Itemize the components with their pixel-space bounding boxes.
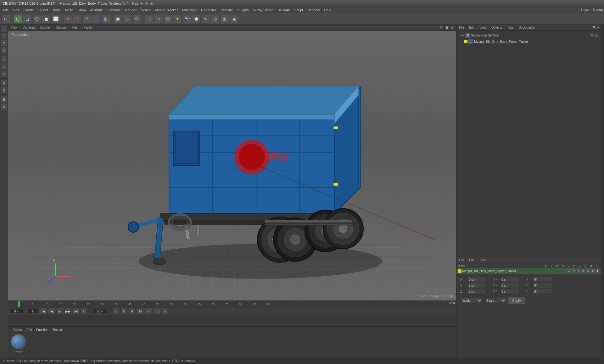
b-input[interactable] <box>533 289 552 294</box>
deformer-button[interactable]: ⊕ <box>211 14 220 23</box>
generator-button[interactable]: ⊞ <box>220 14 229 23</box>
menu-render[interactable]: Render <box>123 8 138 13</box>
point-mode-button[interactable]: ◻ <box>23 14 32 23</box>
sx-input[interactable] <box>501 277 519 282</box>
left-param-btn[interactable]: ◈ <box>1 103 8 110</box>
attr-obj-row-maupu[interactable]: Maupu_18t_Dirty_Body_Tipper_Trailer ● ⬡ … <box>456 268 601 274</box>
apply-button[interactable]: Apply <box>508 297 525 304</box>
left-paint-btn[interactable]: S <box>1 70 8 77</box>
polygon-button[interactable]: ⬟ <box>192 14 201 23</box>
z-axis-button[interactable]: Z <box>92 14 101 23</box>
y-axis-button[interactable]: Y <box>82 14 91 23</box>
tag-icon-3[interactable]: ≡ <box>576 269 581 273</box>
anim-record-button[interactable]: ● <box>112 308 119 315</box>
menu-select[interactable]: Select <box>36 8 50 13</box>
p-input[interactable] <box>533 283 552 288</box>
vp-lock-icon[interactable]: 🔒 <box>444 25 449 30</box>
obj-row-subdivision[interactable]: ▼ ▶ ⊞ Subdivision Surface ✓ ✓ <box>458 32 600 38</box>
anim-key-button[interactable]: K <box>120 308 127 315</box>
coord-system-dropdown[interactable]: World Object <box>460 298 482 303</box>
go-start-button[interactable]: |◀ <box>40 308 47 315</box>
end-frame-input[interactable] <box>93 309 107 314</box>
right-scrollbar[interactable] <box>601 25 604 358</box>
spline-button[interactable]: ∿ <box>201 14 210 23</box>
left-poly-btn[interactable]: △ <box>1 56 8 63</box>
menu-pipeline[interactable]: Pipeline <box>219 8 235 13</box>
play-forward-button[interactable]: ▶▶ <box>64 308 71 315</box>
anim-dots-button[interactable]: ⋮⋮ <box>153 308 160 315</box>
material-item-maupu[interactable]: maupu <box>11 334 26 353</box>
loop-button[interactable]: ↻ <box>81 308 88 315</box>
render-button[interactable]: ▣ <box>114 14 122 23</box>
subdiv-cb-1[interactable]: ✓ <box>590 33 594 37</box>
prev-frame-button[interactable]: ◀ <box>48 308 55 315</box>
sz-input[interactable] <box>501 289 519 294</box>
minimize-button[interactable]: ─ <box>139 1 144 6</box>
object-mode-button[interactable]: ⊡ <box>14 14 22 23</box>
poly-mode-button[interactable]: ◼ <box>42 14 51 23</box>
left-scale-btn[interactable]: ⇲ <box>1 47 8 54</box>
mat-tab-edit[interactable]: Edit <box>25 328 34 332</box>
sy-input[interactable] <box>501 283 519 288</box>
attr-menu-view[interactable]: View <box>478 258 488 262</box>
menu-create[interactable]: Create <box>22 8 36 13</box>
tag-icon-6[interactable]: ↻ <box>590 269 595 273</box>
obj-row-maupu[interactable]: ⬡ Maupu_18t_Dirty_Body_Tipper_Trailer <box>458 38 600 45</box>
vp-tab-panel[interactable]: Panel <box>82 26 93 29</box>
menu-help[interactable]: Help <box>322 8 333 13</box>
menu-3dtoall[interactable]: 3DToAll <box>276 8 292 13</box>
anim-list-button[interactable]: ≡ <box>161 308 168 315</box>
obj-menu-view[interactable]: View <box>478 26 488 29</box>
x-pos-input[interactable] <box>468 277 487 282</box>
tag-icon-7[interactable]: ⬟ <box>595 269 600 273</box>
menu-mograph[interactable]: MoGraph <box>180 8 199 13</box>
menu-file[interactable]: File <box>1 8 11 13</box>
subdiv-cb-2[interactable]: ✓ <box>595 33 598 37</box>
obj-menu-bookmarks[interactable]: Bookmarks <box>517 26 536 29</box>
edge-mode-button[interactable]: ⬡ <box>32 14 41 23</box>
left-axis-btn[interactable]: ⊛ <box>1 87 8 94</box>
menu-edit[interactable]: Edit <box>11 8 21 13</box>
tag-icon-2[interactable]: ⬡ <box>572 269 576 273</box>
window-controls[interactable]: ─ □ ✕ <box>139 1 154 6</box>
mat-tab-create[interactable]: Create <box>11 328 24 332</box>
effector-button[interactable]: ◈ <box>230 14 238 23</box>
obj-menu-edit[interactable]: Edit <box>468 26 476 29</box>
menu-vray[interactable]: V-Ray Bridge <box>251 8 276 13</box>
y-pos-input[interactable] <box>468 283 487 288</box>
undo-button[interactable]: ↩ <box>1 14 10 23</box>
menu-animate[interactable]: Animate <box>88 8 105 13</box>
anim-pos-button[interactable]: P <box>145 308 152 315</box>
left-snap-btn[interactable]: ⊗ <box>1 80 8 86</box>
obj-menu-tags[interactable]: Tags <box>506 26 515 29</box>
light-button[interactable]: ✦ <box>173 14 182 23</box>
menu-snap[interactable]: Snap <box>76 8 88 13</box>
menu-tools[interactable]: Tools <box>50 8 62 13</box>
mat-tab-texture[interactable]: Texture <box>51 328 65 332</box>
anim-auto-button[interactable]: A <box>129 308 136 315</box>
render-view-button[interactable]: ▷ <box>123 14 132 23</box>
x-axis-button[interactable]: X <box>73 14 82 23</box>
left-tool-btn[interactable]: ⊞ <box>1 96 8 103</box>
menu-motion-tracker[interactable]: Motion Tracker <box>153 8 180 13</box>
vp-tab-display[interactable]: Display <box>39 26 52 29</box>
menu-simulate[interactable]: Simulate <box>105 8 123 13</box>
left-rotate-btn[interactable]: ↻ <box>1 40 8 47</box>
menu-sculpt[interactable]: Sculpt <box>139 8 153 13</box>
mat-tab-function[interactable]: Function <box>34 328 50 332</box>
maximize-button[interactable]: □ <box>144 1 149 6</box>
tag-icon-1[interactable]: ● <box>567 269 571 273</box>
render-settings-button[interactable]: ⚙ <box>132 14 141 23</box>
current-frame-input[interactable] <box>9 309 23 314</box>
menu-window[interactable]: Window <box>305 8 322 13</box>
attr-menu-file[interactable]: File <box>458 258 465 262</box>
obj-menu-objects[interactable]: Objects <box>490 26 503 29</box>
menu-character[interactable]: Character <box>199 8 218 13</box>
cylinder-button[interactable]: ⬡ <box>164 14 172 23</box>
timeline-ruler[interactable]: 0 5 10 15 20 25 30 35 40 45 50 55 60 65 … <box>8 301 456 307</box>
menu-script[interactable]: Script <box>292 8 305 13</box>
anim-motion-button[interactable]: M <box>137 308 144 315</box>
go-end-button[interactable]: ▶| <box>73 308 80 315</box>
tag-icon-5[interactable]: ◈ <box>586 269 590 273</box>
vp-expand-icon[interactable]: ⇱ <box>439 25 444 30</box>
